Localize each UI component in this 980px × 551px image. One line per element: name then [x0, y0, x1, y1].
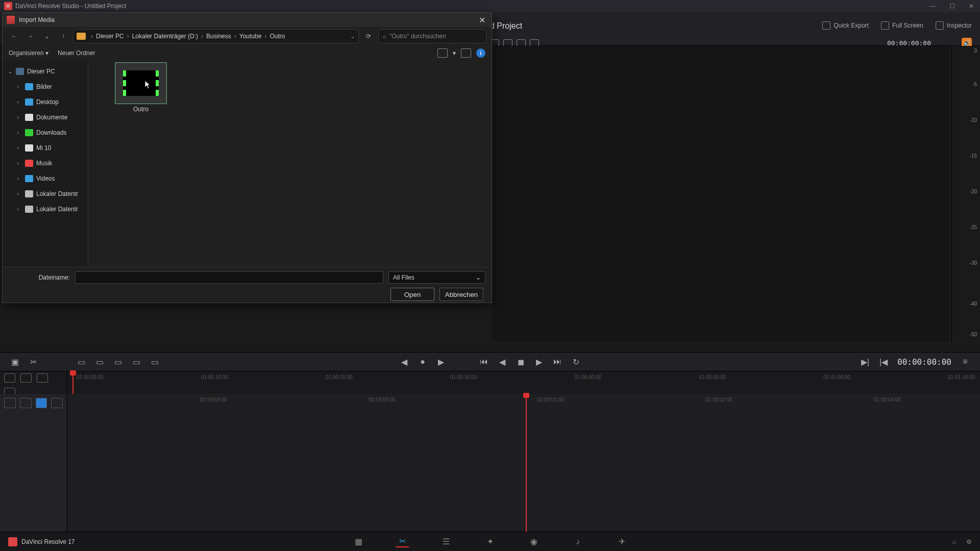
app-titlebar: R DaVinci Resolve Studio - Untitled Proj…	[0, 0, 980, 12]
file-item[interactable]: Outro	[114, 63, 168, 113]
inspector-button[interactable]: Inspector	[936, 21, 972, 30]
tree-node[interactable]: ›Lokaler Datentr	[3, 202, 88, 217]
viewer-panel	[493, 46, 949, 342]
page-media-icon[interactable]: ▦	[352, 536, 365, 547]
overwrite-icon[interactable]: ▭	[95, 357, 104, 367]
folder-icon	[77, 33, 86, 40]
tree-node[interactable]: ›Bilder	[3, 79, 88, 94]
loop-icon[interactable]: ↻	[571, 357, 580, 367]
transport-bar: ▣ ✂ ▭ ▭ ▭ ▭ ▭ ◀ ● ▶ ⏮ ◀ ◼ ▶ ⏭ ↻ ▶| |◀ 00…	[0, 352, 980, 371]
viewer-layout-icons[interactable]	[490, 39, 539, 46]
play-icon[interactable]: ▶	[534, 357, 544, 367]
new-folder-button[interactable]: Neuer Ordner	[58, 49, 95, 57]
append-icon[interactable]: ▭	[150, 357, 159, 367]
page-cut-icon[interactable]: ✂	[396, 536, 409, 547]
window-controls: — ☐ ✕	[928, 3, 976, 10]
tree-node[interactable]: ›Videos	[3, 171, 88, 186]
view-thumbnails-icon[interactable]	[437, 48, 448, 58]
playhead-upper[interactable]	[72, 371, 74, 394]
tree-node[interactable]: ›Desktop	[3, 94, 88, 110]
cancel-button[interactable]: Abbrechen	[439, 288, 483, 301]
open-button[interactable]: Open	[390, 288, 434, 301]
page-edit-icon[interactable]: ☰	[439, 536, 453, 547]
file-filter-select[interactable]: All Files⌄	[388, 271, 485, 284]
path-dropdown-icon[interactable]: ⌄	[350, 33, 355, 40]
stop-icon[interactable]: ◼	[516, 357, 525, 367]
track-btn-2[interactable]	[20, 398, 32, 408]
path-breadcrumb[interactable]: › Dieser PC› Lokaler Datenträger (D:)› B…	[73, 29, 359, 43]
track-btn-1[interactable]	[4, 398, 16, 408]
tree-node[interactable]: ›Dokumente	[3, 110, 88, 125]
page-color-icon[interactable]: ◉	[527, 536, 541, 547]
view-dropdown-icon[interactable]: ▾	[453, 49, 456, 57]
timeline-ruler-upper[interactable]: 01:00:00:0001:00:10:0001:00:20:0001:00:3…	[0, 371, 980, 394]
go-end-icon[interactable]: ⏭	[553, 357, 562, 366]
file-pane[interactable]: Outro	[88, 61, 492, 267]
tree-node[interactable]: ›Lokaler Datentr	[3, 186, 88, 202]
tool-a-icon[interactable]	[4, 373, 15, 383]
tree-node[interactable]: ›Downloads	[3, 125, 88, 140]
folder-tree[interactable]: ⌄Dieser PC›Bilder›Desktop›Dokumente›Down…	[3, 61, 88, 267]
replace-icon[interactable]: ▭	[113, 357, 122, 367]
tree-node[interactable]: ›Musik	[3, 156, 88, 171]
timeline-tracks[interactable]: 00:59:59:0000:59:59:0001:00:01:0001:00:0…	[0, 394, 980, 532]
track-header	[0, 394, 67, 532]
quick-export-button[interactable]: Quick Export	[822, 21, 869, 30]
step-back-icon[interactable]: ◀	[498, 357, 507, 367]
help-icon[interactable]: i	[476, 48, 485, 58]
transport-timecode: 00:00:00:00	[897, 357, 951, 367]
mark-out-icon[interactable]: |◀	[879, 357, 888, 367]
nav-forward-icon[interactable]: →	[24, 30, 37, 43]
search-input[interactable]: ⌕ "Outro" durchsuchen	[378, 29, 486, 43]
page-deliver-icon[interactable]: ✈	[615, 536, 628, 547]
mark-in-icon[interactable]: ▶|	[861, 357, 870, 367]
dialog-header[interactable]: Import Media ✕	[3, 13, 492, 27]
filename-label: Dateiname:	[9, 274, 70, 281]
settings-icon[interactable]: ⚙	[966, 538, 972, 545]
nav-back-icon[interactable]: ←	[8, 30, 21, 43]
fit-icon[interactable]: ▭	[132, 357, 141, 367]
import-media-dialog: Import Media ✕ ← → ⌄ ↑ › Dieser PC› Loka…	[2, 12, 492, 303]
refresh-icon[interactable]: ⟳	[362, 30, 375, 43]
tool-blade-icon[interactable]: ✂	[29, 357, 38, 367]
tree-node[interactable]: ⌄Dieser PC	[3, 64, 88, 79]
timeline-tools	[0, 371, 67, 394]
prev-mark-icon[interactable]: ◀	[400, 357, 409, 367]
tool-arrow-icon[interactable]: ▣	[10, 357, 19, 367]
app-footer-name: DaVinci Resolve 17	[21, 538, 75, 545]
tool-b-icon[interactable]	[20, 373, 32, 383]
organize-menu[interactable]: Organisieren ▾	[9, 49, 48, 57]
next-mark-icon[interactable]: ▶	[436, 357, 446, 367]
nav-up-icon[interactable]: ↑	[57, 30, 70, 43]
fullscreen-icon	[881, 21, 889, 30]
home-icon[interactable]: ⌂	[952, 538, 956, 545]
dialog-title: Import Media	[19, 16, 55, 23]
app-logo-icon	[8, 537, 17, 546]
insert-icon[interactable]: ▭	[77, 357, 86, 367]
timeline-ruler-lower[interactable]: 00:59:59:0000:59:59:0001:00:01:0001:00:0…	[67, 394, 975, 407]
dialog-logo-icon	[7, 16, 15, 24]
nav-recent-icon[interactable]: ⌄	[40, 30, 54, 43]
tool-c-icon[interactable]	[37, 373, 48, 383]
page-fusion-icon[interactable]: ✦	[483, 536, 497, 547]
transport-menu-icon[interactable]: ≡	[961, 357, 970, 366]
filename-input[interactable]	[75, 271, 383, 284]
search-placeholder: "Outro" durchsuchen	[389, 33, 446, 40]
project-title: d Project	[490, 21, 522, 31]
window-maximize-icon[interactable]: ☐	[947, 3, 957, 10]
window-minimize-icon[interactable]: —	[928, 3, 937, 10]
page-fairlight-icon[interactable]: ♪	[571, 536, 584, 547]
export-icon	[822, 21, 830, 30]
track-btn-4[interactable]	[51, 398, 63, 408]
file-thumbnail	[115, 63, 166, 104]
track-btn-3[interactable]	[36, 398, 47, 408]
full-screen-button[interactable]: Full Screen	[881, 21, 923, 30]
view-preview-icon[interactable]	[461, 48, 471, 58]
go-start-icon[interactable]: ⏮	[479, 357, 488, 366]
window-close-icon[interactable]: ✕	[967, 3, 976, 10]
nav-dot-icon[interactable]: ●	[418, 357, 427, 366]
dialog-close-icon[interactable]: ✕	[477, 15, 487, 25]
search-icon: ⌕	[383, 33, 386, 40]
playhead-lower[interactable]	[526, 394, 527, 532]
tree-node[interactable]: ›Mi 10	[3, 140, 88, 156]
